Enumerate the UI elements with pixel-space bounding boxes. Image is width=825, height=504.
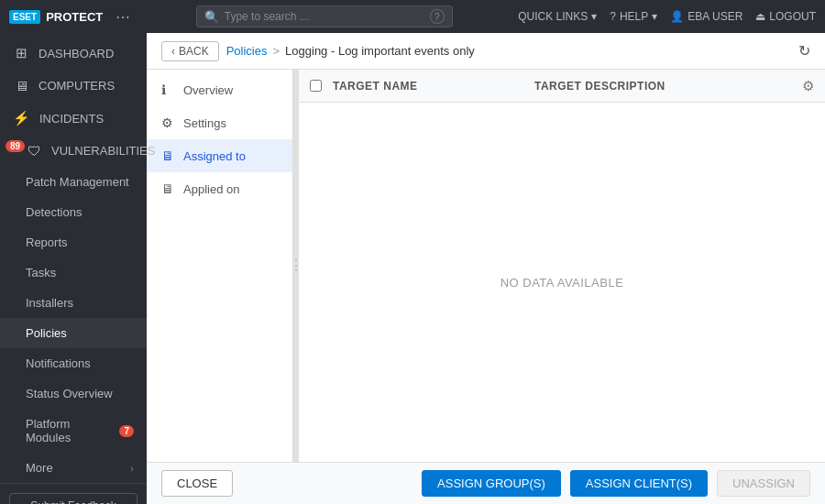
left-nav-item-settings[interactable]: ⚙ Settings: [147, 106, 292, 139]
sidebar-item-label: More: [26, 461, 53, 475]
refresh-button[interactable]: ↻: [798, 42, 810, 60]
content-area: ‹ BACK Policies > Logging - Log importan…: [147, 33, 825, 504]
left-nav: ℹ Overview ⚙ Settings 🖥 Assigned to 🖥 Ap…: [147, 70, 293, 462]
page-body: ℹ Overview ⚙ Settings 🖥 Assigned to 🖥 Ap…: [147, 70, 825, 462]
more-arrow-icon: ›: [130, 463, 134, 474]
column-target-name: TARGET NAME: [333, 80, 534, 93]
left-nav-label: Settings: [183, 116, 226, 130]
computers-icon: 🖥: [13, 78, 29, 93]
footer: CLOSE ASSIGN GROUP(S) ASSIGN CLIENT(S) U…: [147, 462, 825, 504]
user-label: EBA USER: [688, 10, 742, 23]
assigned-to-icon: 🖥: [161, 148, 176, 163]
quick-links-chevron-icon: ▾: [591, 10, 597, 23]
assign-groups-button[interactable]: ASSIGN GROUP(S): [422, 470, 561, 497]
sidebar-item-label: COMPUTERS: [38, 79, 115, 93]
sidebar-item-label: Status Overview: [26, 387, 113, 400]
topbar-actions: QUICK LINKS ▾ ? HELP ▾ 👤 EBA USER ⏏ LOGO…: [518, 10, 816, 23]
logout-button[interactable]: ⏏ LOGOUT: [755, 10, 816, 23]
settings-icon: ⚙: [161, 115, 176, 130]
sidebar-item-vulnerabilities[interactable]: 89 🛡 VULNERABILITIES: [0, 135, 147, 167]
vulnerabilities-icon: 🛡: [26, 143, 42, 159]
refresh-icon: ↻: [798, 43, 810, 59]
close-button[interactable]: CLOSE: [161, 470, 233, 497]
no-data-message: NO DATA AVAILABLE: [500, 276, 624, 290]
search-box: 🔍 ?: [196, 5, 453, 27]
back-label: BACK: [179, 45, 209, 58]
sidebar-item-incidents[interactable]: ⚡ INCIDENTS: [0, 102, 147, 135]
search-container: 🔍 ?: [139, 5, 509, 27]
quick-links-button[interactable]: QUICK LINKS ▾: [518, 10, 597, 23]
help-icon: ?: [610, 10, 616, 23]
assign-clients-button[interactable]: ASSIGN CLIENT(S): [570, 470, 708, 497]
sidebar: ⊞ DASHBOARD 🖥 COMPUTERS ⚡ INCIDENTS 89 🛡…: [0, 33, 147, 504]
vulnerabilities-badge: 89: [6, 140, 25, 152]
user-button[interactable]: 👤 EBA USER: [670, 10, 742, 23]
quick-links-label: QUICK LINKS: [518, 10, 588, 23]
sidebar-item-installers[interactable]: Installers: [0, 288, 147, 318]
main-layout: ⊞ DASHBOARD 🖥 COMPUTERS ⚡ INCIDENTS 89 🛡…: [0, 33, 825, 504]
sidebar-item-label: Detections: [26, 205, 82, 219]
left-nav-item-overview[interactable]: ℹ Overview: [147, 73, 292, 106]
sidebar-item-label: Platform Modules: [26, 417, 110, 444]
help-button[interactable]: ? HELP ▾: [610, 10, 657, 23]
table-header: TARGET NAME TARGET DESCRIPTION ⚙: [299, 70, 825, 103]
search-icon: 🔍: [204, 10, 219, 24]
logout-label: LOGOUT: [769, 10, 816, 23]
left-nav-label: Assigned to: [183, 149, 246, 163]
unassign-button[interactable]: UNASSIGN: [717, 470, 810, 497]
select-all-checkbox[interactable]: [310, 80, 322, 92]
table-area: TARGET NAME TARGET DESCRIPTION ⚙ NO DATA…: [299, 70, 825, 462]
sidebar-item-more[interactable]: More ›: [0, 453, 147, 483]
submit-feedback-button[interactable]: Submit Feedback: [9, 493, 138, 504]
applied-on-icon: 🖥: [161, 181, 176, 196]
sidebar-item-detections[interactable]: Detections: [0, 197, 147, 227]
user-icon: 👤: [670, 10, 684, 23]
sidebar-item-label: INCIDENTS: [39, 112, 104, 126]
breadcrumb-current: Logging - Log important events only: [285, 44, 475, 58]
sidebar-item-label: Notifications: [26, 356, 91, 370]
table-body: NO DATA AVAILABLE: [299, 103, 825, 462]
sidebar-item-computers[interactable]: 🖥 COMPUTERS: [0, 70, 147, 102]
incidents-icon: ⚡: [13, 110, 30, 126]
help-label: HELP: [620, 10, 648, 23]
product-name: PROTECT: [46, 10, 103, 24]
column-target-description: TARGET DESCRIPTION: [534, 80, 802, 93]
breadcrumb-link-policies[interactable]: Policies: [226, 44, 268, 58]
logo: ESET PROTECT: [9, 10, 103, 24]
sidebar-bottom: Submit Feedback ⊟ COLLAPSE: [0, 483, 147, 504]
sidebar-item-label: Policies: [26, 326, 67, 340]
grid-icon[interactable]: ⋯: [116, 8, 130, 26]
overview-icon: ℹ: [161, 82, 176, 97]
left-nav-label: Applied on: [183, 182, 239, 196]
search-help-icon[interactable]: ?: [430, 9, 445, 24]
sidebar-item-label: VULNERABILITIES: [51, 144, 155, 158]
page-header: ‹ BACK Policies > Logging - Log importan…: [147, 33, 825, 70]
table-settings-icon[interactable]: ⚙: [802, 78, 814, 94]
back-arrow-icon: ‹: [171, 45, 175, 58]
sidebar-item-label: DASHBOARD: [38, 47, 114, 60]
left-nav-label: Overview: [183, 83, 233, 97]
back-button[interactable]: ‹ BACK: [161, 41, 219, 61]
dashboard-icon: ⊞: [13, 45, 29, 61]
sidebar-item-tasks[interactable]: Tasks: [0, 257, 147, 288]
sidebar-item-patch-management[interactable]: Patch Management: [0, 167, 147, 197]
sidebar-item-notifications[interactable]: Notifications: [0, 348, 147, 378]
platform-modules-badge: 7: [119, 425, 134, 437]
eset-logo-badge: ESET: [9, 10, 40, 24]
sidebar-item-label: Reports: [26, 236, 68, 249]
sidebar-item-status-overview[interactable]: Status Overview: [0, 378, 147, 409]
sidebar-item-label: Patch Management: [26, 175, 129, 189]
left-nav-item-assigned-to[interactable]: 🖥 Assigned to: [147, 139, 292, 172]
sidebar-item-platform-modules[interactable]: Platform Modules 7: [0, 409, 147, 453]
sidebar-item-dashboard[interactable]: ⊞ DASHBOARD: [0, 37, 147, 70]
breadcrumb: Policies > Logging - Log important event…: [226, 44, 475, 58]
sidebar-item-reports[interactable]: Reports: [0, 227, 147, 257]
breadcrumb-separator: >: [272, 44, 280, 58]
sidebar-item-policies[interactable]: Policies: [0, 318, 147, 348]
topbar: ESET PROTECT ⋯ 🔍 ? QUICK LINKS ▾ ? HELP …: [0, 0, 825, 33]
sidebar-item-label: Tasks: [26, 266, 56, 279]
sidebar-item-label: Installers: [26, 296, 73, 310]
left-nav-item-applied-on[interactable]: 🖥 Applied on: [147, 172, 292, 205]
search-input[interactable]: [225, 10, 424, 23]
help-chevron-icon: ▾: [652, 10, 657, 23]
